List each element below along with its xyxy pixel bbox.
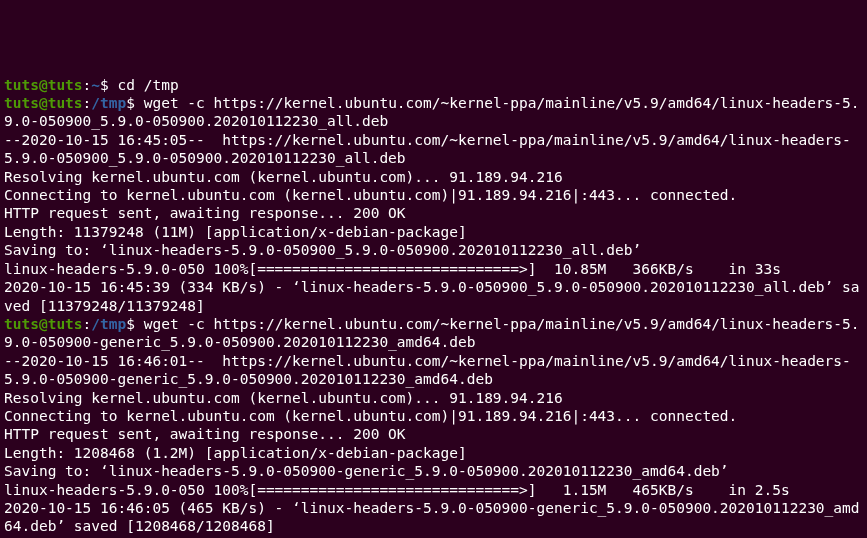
wget2-connecting: Connecting to kernel.ubuntu.com (kernel.… (4, 407, 863, 425)
terminal-output[interactable]: tuts@tuts:~$ cd /tmptuts@tuts:/tmp$ wget… (4, 76, 863, 536)
wget1-timestamp: --2020-10-15 16:45:05-- https://kernel.u… (4, 131, 863, 168)
prompt-line-2: tuts@tuts:/tmp$ wget -c https://kernel.u… (4, 94, 863, 131)
prompt-colon: : (83, 95, 92, 111)
prompt-host: tuts (48, 77, 83, 93)
wget2-length: Length: 1208468 (1.2M) [application/x-de… (4, 444, 863, 462)
prompt-host: tuts (48, 95, 83, 111)
prompt-at: @ (39, 95, 48, 111)
prompt-at: @ (39, 316, 48, 332)
prompt-line-3: tuts@tuts:/tmp$ wget -c https://kernel.u… (4, 315, 863, 352)
prompt-user: tuts (4, 95, 39, 111)
prompt-dollar: $ (126, 316, 135, 332)
wget2-resolving: Resolving kernel.ubuntu.com (kernel.ubun… (4, 389, 863, 407)
command-cd: cd /tmp (118, 77, 179, 93)
wget2-progress: linux-headers-5.9.0-050 100%[===========… (4, 481, 863, 499)
prompt-path-tmp: /tmp (91, 316, 126, 332)
prompt-colon: : (83, 316, 92, 332)
prompt-colon: : (83, 77, 92, 93)
wget1-http-response: HTTP request sent, awaiting response... … (4, 204, 863, 222)
wget1-connecting: Connecting to kernel.ubuntu.com (kernel.… (4, 186, 863, 204)
prompt-line-1: tuts@tuts:~$ cd /tmp (4, 76, 863, 94)
wget2-http-response: HTTP request sent, awaiting response... … (4, 425, 863, 443)
prompt-at: @ (39, 77, 48, 93)
prompt-path-tmp: /tmp (91, 95, 126, 111)
prompt-dollar: $ (100, 77, 109, 93)
wget1-resolving: Resolving kernel.ubuntu.com (kernel.ubun… (4, 168, 863, 186)
wget1-progress: linux-headers-5.9.0-050 100%[===========… (4, 260, 863, 278)
prompt-user: tuts (4, 77, 39, 93)
wget2-saved: 2020-10-15 16:46:05 (465 KB/s) - ‘linux-… (4, 499, 863, 536)
prompt-path-home: ~ (91, 77, 100, 93)
prompt-host: tuts (48, 316, 83, 332)
prompt-dollar: $ (126, 95, 135, 111)
wget1-saving: Saving to: ‘linux-headers-5.9.0-050900_5… (4, 241, 863, 259)
prompt-user: tuts (4, 316, 39, 332)
wget2-timestamp: --2020-10-15 16:46:01-- https://kernel.u… (4, 352, 863, 389)
wget2-saving: Saving to: ‘linux-headers-5.9.0-050900-g… (4, 462, 863, 480)
wget1-saved: 2020-10-15 16:45:39 (334 KB/s) - ‘linux-… (4, 278, 863, 315)
wget1-length: Length: 11379248 (11M) [application/x-de… (4, 223, 863, 241)
